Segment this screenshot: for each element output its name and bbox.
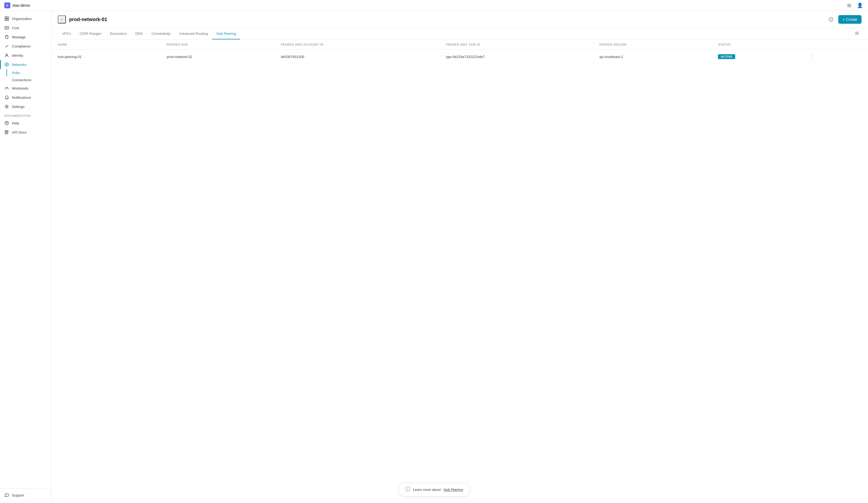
documentation-section-label: DOCUMENTATION	[0, 111, 51, 118]
sidebar-item-networks-label: Networks	[12, 63, 27, 67]
tabs-actions	[852, 30, 861, 38]
cost-icon	[4, 25, 9, 30]
notifications-icon	[4, 95, 9, 100]
svg-rect-3	[7, 19, 9, 21]
cell-status: ACTIVE	[712, 50, 801, 64]
page-header-right: + Create	[827, 15, 861, 24]
main-content: ← prod-network-01 + Create VPCs CIDR Ran…	[51, 11, 868, 503]
topbar-right: ⊞ 👤	[845, 2, 864, 9]
grid-icon[interactable]: ⊞	[845, 2, 853, 9]
sidebar-item-compliance-label: Compliance	[12, 44, 31, 48]
compliance-icon	[4, 44, 9, 49]
workloads-icon	[4, 86, 9, 91]
table-container: NAME PEERED HUB PEERED AWS ACCOUNT ID PE…	[51, 40, 868, 503]
svg-rect-2	[5, 19, 7, 21]
tab-vpcs[interactable]: VPCs	[58, 28, 75, 39]
tab-advanced-routing[interactable]: Advanced Routing	[175, 28, 212, 39]
sidebar: Organization Cost Wastage Compliance Ide…	[0, 11, 51, 503]
svg-point-5	[6, 54, 8, 55]
sidebar-item-notifications-label: Notifications	[12, 95, 31, 99]
sidebar-subitem-connections[interactable]: Connections	[0, 76, 51, 84]
sidebar-item-api-docs-label: API Docs	[12, 130, 27, 134]
sidebar-item-api-docs[interactable]: API Docs	[0, 128, 51, 137]
sidebar-subitem-hubs-label: Hubs	[12, 71, 20, 75]
sidebar-item-wastage[interactable]: Wastage	[0, 32, 51, 42]
cell-peered-region: ap-southeast-2	[593, 50, 712, 64]
col-header-peered-hub: PEERED HUB	[160, 40, 275, 50]
sidebar-item-help[interactable]: Help	[0, 118, 51, 128]
info-button[interactable]	[827, 15, 835, 23]
sidebar-item-workloads-label: Workloads	[12, 86, 28, 91]
sidebar-item-help-label: Help	[12, 121, 19, 125]
status-badge: ACTIVE	[718, 54, 735, 59]
svg-point-7	[6, 106, 8, 107]
sidebar-item-wastage-label: Wastage	[12, 35, 25, 39]
app-logo: S	[4, 2, 10, 8]
sidebar-item-workloads[interactable]: Workloads	[0, 84, 51, 93]
row-actions-button[interactable]: ⋮	[807, 53, 817, 60]
cell-peered-aws-account-id: 460387931200	[274, 50, 440, 64]
identity-icon	[4, 53, 9, 58]
bottom-info-icon	[405, 486, 411, 493]
page-header-left: ← prod-network-01	[58, 15, 107, 23]
tab-hub-peering[interactable]: Hub Peering	[212, 28, 240, 39]
tab-connectivity[interactable]: Connectivity	[147, 28, 175, 39]
networks-icon	[4, 62, 9, 67]
topbar-left: S stax-demo	[4, 2, 30, 8]
tabs-bar: VPCs CIDR Ranges Exclusions DNS Connecti…	[51, 28, 868, 40]
col-header-peered-region: PEERED REGION	[593, 40, 712, 50]
col-header-name: NAME	[51, 40, 160, 50]
sidebar-subitem-hubs[interactable]: Hubs	[0, 69, 51, 76]
sidebar-item-cost[interactable]: Cost	[0, 23, 51, 32]
sidebar-item-cost-label: Cost	[12, 26, 19, 30]
sidebar-item-settings-label: Settings	[12, 105, 24, 109]
sidebar-subitem-connections-label: Connections	[12, 78, 31, 82]
tab-exclusions[interactable]: Exclusions	[105, 28, 131, 39]
sidebar-item-organization[interactable]: Organization	[0, 14, 51, 23]
bottom-info-bar: Learn more about Hub Peering	[399, 483, 470, 496]
sidebar-item-networks[interactable]: Networks	[0, 60, 51, 69]
help-icon	[4, 120, 9, 125]
col-header-peered-aws-account-id: PEERED AWS ACCOUNT ID	[274, 40, 440, 50]
topbar: S stax-demo ⊞ 👤	[0, 0, 868, 11]
cell-name: hub-peering-01	[51, 50, 160, 64]
page-header: ← prod-network-01 + Create	[51, 11, 868, 28]
sidebar-item-identity[interactable]: Identity	[0, 51, 51, 60]
sidebar-item-identity-label: Identity	[12, 53, 23, 57]
user-icon[interactable]: 👤	[856, 2, 864, 9]
svg-rect-1	[7, 17, 9, 18]
table-row: hub-peering-01 prod-network-02 460387931…	[51, 50, 868, 64]
settings-icon	[4, 104, 9, 109]
back-button[interactable]: ←	[58, 15, 66, 23]
sidebar-item-compliance[interactable]: Compliance	[0, 42, 51, 51]
cell-peered-hub: prod-network-02	[160, 50, 275, 64]
svg-point-9	[7, 124, 7, 124]
tab-cidr-ranges[interactable]: CIDR Ranges	[75, 28, 105, 39]
cell-peered-aws-tgw-id: tgw-0b233e7322222efe7	[440, 50, 593, 64]
app-name: stax-demo	[12, 3, 30, 8]
bottom-info-text: Learn more about	[413, 488, 441, 492]
hub-peering-table: NAME PEERED HUB PEERED AWS ACCOUNT ID PE…	[51, 40, 868, 64]
api-docs-icon	[4, 130, 9, 135]
column-toggle-button[interactable]	[852, 30, 861, 38]
sidebar-item-notifications[interactable]: Notifications	[0, 93, 51, 102]
wastage-icon	[4, 34, 9, 39]
sidebar-item-organization-label: Organization	[12, 17, 32, 21]
cell-row-actions: ⋮	[801, 50, 868, 64]
sidebar-item-support[interactable]: Support	[0, 491, 51, 500]
page-title: prod-network-01	[69, 17, 107, 22]
svg-point-6	[6, 64, 7, 65]
sidebar-item-settings[interactable]: Settings	[0, 102, 51, 111]
col-header-peered-aws-tgw-id: PEERED AWS TGW ID	[440, 40, 593, 50]
tab-dns[interactable]: DNS	[131, 28, 147, 39]
col-header-actions	[801, 40, 868, 50]
support-icon	[4, 493, 9, 497]
organization-icon	[4, 16, 9, 21]
sidebar-item-support-label: Support	[12, 493, 24, 497]
sidebar-bottom: Support	[0, 488, 51, 500]
bottom-info-link[interactable]: Hub Peering	[443, 488, 463, 492]
svg-rect-0	[5, 17, 7, 18]
col-header-status: STATUS	[712, 40, 801, 50]
create-button[interactable]: + Create	[838, 15, 861, 24]
